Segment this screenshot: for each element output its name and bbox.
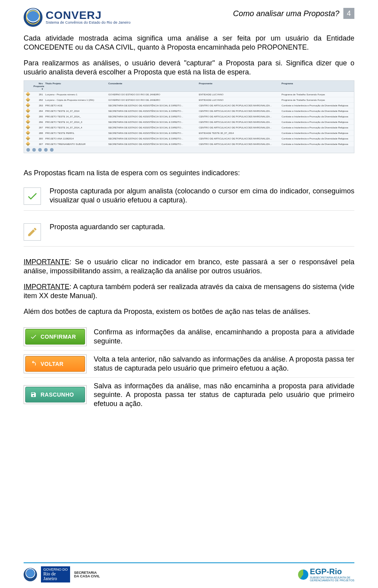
brand-tagline: Sistema de Convênios do Estado do Rio de… [46, 20, 131, 24]
egp-logo: EGP-Rio SUBSECRETARIA ADJUNTA DE GERENCI… [298, 567, 354, 582]
cell-programa: Combate a Intolerância e Promoção da Div… [282, 137, 352, 140]
col-proponente: Proponente [199, 82, 282, 90]
egp-mark-icon [298, 569, 308, 580]
table-row: 293PROJETO AGESECRETARIA DE ESTADO DE AS… [24, 103, 354, 108]
table-row: 300PROJETO ANA 11082014SECRETARIA DE EST… [24, 136, 354, 141]
confirm-button-image: CONFIRMAR [24, 327, 87, 346]
important-p1: IMPORTANTE: Se o usuário clicar no indic… [24, 258, 354, 275]
cell-titulo: PROJETO TESTE 14_07_2014 [45, 109, 108, 112]
pager-last-icon [44, 148, 48, 152]
indicator-pending: Proposta aguardando ser capturada. [24, 219, 354, 246]
cell-concedente: SECRETARIA DE ESTADO DE ASSISTÊNCIA SOCI… [108, 137, 199, 140]
indicators-heading: As Propostas ficam na lista de espera co… [24, 169, 354, 177]
cell-nro: 294 [33, 109, 45, 112]
logo-text: CONVERJ Sistema de Convênios do Estado d… [46, 10, 131, 24]
important-text-1: : Se o usuário clicar no indicador em br… [24, 258, 354, 275]
cell-proponente: CENTRO DE ARTICULACAO DE POPULACOES MARG… [199, 121, 282, 123]
cell-programa: Combate a Intolerância e Promoção da Div… [282, 104, 352, 107]
cell-titulo: PROJETO TESTE 14_07_2014_ [45, 115, 108, 118]
edit-pencil-icon [26, 136, 30, 140]
cell-programa: Combate a Intolerância e Promoção da Div… [282, 121, 352, 123]
col-concedente: Concedente [108, 82, 199, 90]
cell-titulo: PROJETO AGE [45, 104, 108, 107]
egp-sub2: GERENCIAMENTO DE PROJETOS [310, 579, 354, 582]
cell-concedente: SECRETARIA DE ESTADO DE ASSISTÊNCIA SOCI… [108, 104, 199, 107]
edit-pencil-icon [26, 92, 30, 96]
egp-name: EGP-Rio [310, 567, 354, 576]
edit-pencil-icon [26, 130, 30, 135]
pager-prev-icon [32, 148, 36, 152]
page-header: CONVERJ Sistema de Convênios do Estado d… [24, 8, 354, 27]
state-seal-icon [24, 8, 43, 27]
indicator-pending-text: Proposta aguardando ser capturada. [50, 223, 165, 232]
table-row: 288PROJETO TESTE PERFILSECRETARIA DE EST… [24, 130, 354, 136]
draft-text: Salva as informações da análise, mas não… [94, 382, 354, 408]
check-icon [24, 187, 41, 205]
save-disk-icon [30, 391, 37, 399]
cell-proponente: CENTRO DE ARTICULACAO DE POPULACOES MARG… [199, 115, 282, 118]
action-confirm: CONFIRMAR Confirma as informações da aná… [24, 323, 354, 350]
table-row: 296PROJETO TESTE 14_07_2014_3SECRETARIA … [24, 119, 354, 125]
pager-refresh-icon [50, 148, 54, 152]
important-p3: Além dos botões de captura da Proposta, … [24, 307, 354, 316]
table-row: 292Lucyano - Cópia da Proposta número 1 … [24, 97, 354, 103]
pager-next-icon [38, 148, 42, 152]
cell-titulo: Lucyano - Cópia da Proposta número 1 (29… [45, 98, 108, 101]
cell-titulo: PROJETO TESTE PERFIL [45, 132, 108, 134]
cell-titulo: Lucyano - Proposta número 1 [45, 93, 108, 96]
cell-proponente: CENTRO DE ARTICULACAO DE POPULACOES MARG… [199, 126, 282, 129]
intro-text: Cada atividade mostrada acima significa … [24, 34, 354, 76]
cell-concedente: SECRETARIA DE ESTADO DE ASSISTÊNCIA SOCI… [108, 115, 199, 118]
cell-proponente: CENTRO DE ARTICULACAO DE POPULACOES MARG… [199, 143, 282, 145]
cell-programa: Combate a Intolerância e Promoção da Div… [282, 143, 352, 145]
confirm-text: Confirma as informações da análise, enca… [94, 328, 354, 345]
action-buttons-section: CONFIRMAR Confirma as informações da aná… [24, 323, 354, 412]
edit-pencil-icon [26, 125, 30, 129]
cell-nro: 300 [33, 137, 45, 140]
cell-titulo: PROJETO ANA 11082014 [45, 137, 108, 140]
footer-casa-civil: SECRETARIA DA CASA CIVIL [74, 571, 100, 578]
header-right: Como analisar uma Proposta? 4 [233, 8, 354, 19]
logo-block: CONVERJ Sistema de Convênios do Estado d… [24, 8, 131, 27]
cell-nro: 292 [33, 98, 45, 101]
action-draft: RASCUNHO Salva as informações da análise… [24, 377, 354, 412]
cell-programa: Combate a Intolerância e Promoção da Div… [282, 132, 352, 134]
cell-concedente: SECRETARIA DE ESTADO DE ASSISTÊNCIA SOCI… [108, 109, 199, 112]
back-button-image: VOLTAR [24, 354, 87, 373]
table-row: 297PROJETO TESTE 14_07_2014_4SECRETARIA … [24, 125, 354, 130]
cell-programa: Programa de Trabalho Somando Forças [282, 93, 352, 96]
pencil-icon [24, 223, 41, 241]
footer-gov-badge: GOVERNO DO Rio de Janeiro [41, 566, 70, 582]
cell-concedente: SECRETARIA DE ESTADO DE ASSISTÊNCIA SOCI… [108, 121, 199, 123]
casa-line2: DA CASA CIVIL [74, 575, 100, 578]
cell-titulo: PROJETO TESTE 14_07_2014_3 [45, 121, 108, 123]
cell-proponente: CENTRO DE ARTICULACAO DE POPULACOES MARG… [199, 104, 282, 107]
edit-pencil-icon [26, 119, 30, 124]
brand-name: CONVERJ [46, 10, 131, 20]
back-label: VOLTAR [41, 361, 63, 367]
col-titulo: Título Projeto [45, 82, 108, 90]
proposals-table-screenshot: Nro Proposta ▾ Título Projeto Concedente… [24, 80, 354, 153]
important-text-2: : A captura também poderá ser realizada … [24, 283, 354, 300]
edit-pencil-icon [26, 141, 30, 146]
edit-pencil-icon [26, 108, 30, 113]
page-title: Como analisar uma Proposta? [233, 9, 339, 18]
intro-p1: Cada atividade mostrada acima significa … [24, 34, 354, 52]
col-nro: Nro Proposta ▾ [33, 82, 45, 90]
table-row: 294PROJETO TESTE 14_07_2014SECRETARIA DE… [24, 108, 354, 114]
important-section: IMPORTANTE: Se o usuário clicar no indic… [24, 258, 354, 316]
cell-nro: 295 [33, 115, 45, 118]
table-header-row: Nro Proposta ▾ Título Projeto Concedente… [24, 81, 354, 92]
action-back: VOLTAR Volta a tela anterior, não salvan… [24, 350, 354, 377]
cell-concedente: SECRETARIA DE ESTADO DE ASSISTÊNCIA SOCI… [108, 143, 199, 145]
cell-nro: 291 [33, 93, 45, 96]
edit-pencil-icon [26, 103, 30, 107]
table-row: 295PROJETO TESTE 14_07_2014_SECRETARIA D… [24, 114, 354, 119]
cell-programa: Combate a Intolerância e Promoção da Div… [282, 115, 352, 118]
gov-line3: Janeiro [43, 576, 68, 581]
page-number-badge: 4 [343, 8, 354, 19]
cell-nro: 307 [33, 143, 45, 145]
footer-right: EGP-Rio SUBSECRETARIA ADJUNTA DE GERENCI… [298, 567, 354, 582]
important-p2: IMPORTANTE: A captura também poderá ser … [24, 282, 354, 300]
cell-proponente: ENTIDADE LUCYANO [199, 93, 282, 96]
